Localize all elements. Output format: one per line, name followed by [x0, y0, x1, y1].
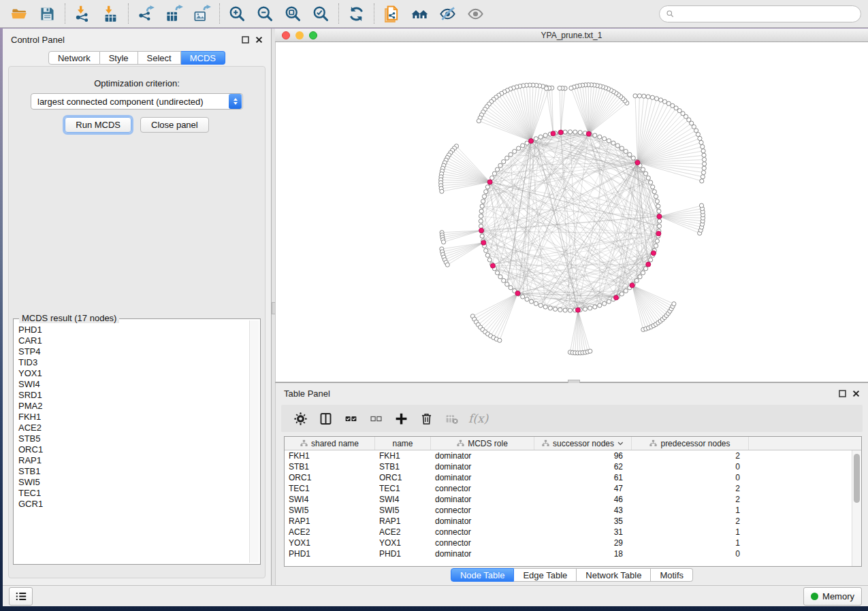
- mcds-result-item[interactable]: SRD1: [18, 390, 249, 401]
- mcds-result-item[interactable]: PMA2: [18, 401, 249, 412]
- zoom-selected-icon: [312, 5, 330, 23]
- table-row[interactable]: TEC1TEC1connector472: [285, 483, 861, 494]
- task-history-button[interactable]: [9, 587, 33, 606]
- column-header-shared-name[interactable]: shared name: [285, 437, 375, 450]
- table-cell: 35: [534, 516, 632, 527]
- mcds-result-item[interactable]: CAR1: [18, 335, 249, 346]
- add-column-button[interactable]: [389, 408, 414, 429]
- list-icon: [15, 591, 27, 601]
- zoom-selected-button[interactable]: [307, 2, 335, 25]
- table-cell: dominator: [431, 494, 534, 505]
- memory-label: Memory: [822, 591, 854, 601]
- network-canvas[interactable]: [275, 42, 868, 382]
- float-panel-button[interactable]: [242, 36, 249, 44]
- mcds-result-item[interactable]: ACE2: [18, 423, 249, 433]
- status-bar: Memory: [3, 585, 868, 606]
- hide-elements-button[interactable]: [434, 2, 462, 25]
- table-row[interactable]: ORC1ORC1dominator610: [285, 472, 861, 483]
- table-cell: 47: [534, 483, 632, 494]
- close-table-panel-button[interactable]: [852, 390, 860, 397]
- deselect-all-rows-button[interactable]: [364, 408, 389, 429]
- table-row[interactable]: SWI5SWI5connector431: [285, 505, 861, 516]
- criterion-select[interactable]: largest connected component (undirected): [31, 93, 243, 110]
- select-all-rows-button[interactable]: [338, 408, 364, 429]
- mcds-list-scrollbar[interactable]: [249, 320, 259, 563]
- table-cell: 18: [534, 548, 632, 559]
- close-panel-x-button[interactable]: [255, 36, 263, 44]
- export-network-button[interactable]: [132, 2, 160, 25]
- control-panel-title: Control Panel: [11, 35, 65, 45]
- tab-network[interactable]: Network: [48, 51, 100, 65]
- mcds-result-item[interactable]: FKH1: [18, 412, 249, 423]
- show-columns-button[interactable]: [313, 408, 338, 429]
- float-table-panel-button[interactable]: [839, 390, 846, 397]
- table-cell: 0: [632, 548, 749, 559]
- network-window-title: YPA_prune.txt_1: [541, 31, 602, 40]
- mcds-result-item[interactable]: STP4: [18, 346, 249, 357]
- column-header-predecessor-nodes[interactable]: predecessor nodes: [632, 437, 749, 450]
- zoom-fit-button[interactable]: [279, 2, 307, 25]
- control-panel: Control Panel Network Style Select MCDS …: [3, 29, 271, 585]
- mcds-result-item[interactable]: SWI5: [18, 477, 249, 488]
- tab-node-table[interactable]: Node Table: [451, 568, 515, 582]
- column-header-MCDS-role[interactable]: MCDS role: [431, 437, 534, 450]
- search-box[interactable]: [659, 5, 861, 22]
- minimize-window-button[interactable]: [295, 31, 304, 39]
- tab-network-table[interactable]: Network Table: [577, 568, 651, 582]
- table-cell: RAP1: [375, 516, 431, 527]
- refresh-layout-button[interactable]: [342, 2, 370, 25]
- table-row[interactable]: PHD1PHD1dominator180: [285, 548, 861, 559]
- table-row[interactable]: RAP1RAP1dominator352: [285, 516, 861, 527]
- table-cell: dominator: [431, 548, 534, 559]
- table-row[interactable]: FKH1FKH1dominator962: [285, 450, 861, 461]
- save-session-button[interactable]: [33, 2, 61, 25]
- tab-edge-table[interactable]: Edge Table: [514, 568, 577, 582]
- mcds-result-item[interactable]: STB1: [18, 466, 249, 477]
- mcds-result-item[interactable]: TEC1: [18, 488, 249, 499]
- table-row[interactable]: YOX1YOX1connector291: [285, 538, 861, 548]
- table-row[interactable]: SWI4SWI4dominator462: [285, 494, 861, 505]
- tab-mcds[interactable]: MCDS: [181, 51, 225, 65]
- export-image-button[interactable]: [188, 2, 216, 25]
- mcds-result-item[interactable]: TID3: [18, 357, 249, 368]
- import-network-button[interactable]: [69, 2, 97, 25]
- mcds-result-item[interactable]: YOX1: [18, 368, 249, 379]
- table-cell: 1: [632, 538, 749, 548]
- table-row[interactable]: ACE2ACE2connector311: [285, 527, 861, 538]
- columns-icon: [319, 412, 333, 426]
- zoom-in-button[interactable]: [223, 2, 251, 25]
- search-input[interactable]: [678, 8, 854, 20]
- zoom-out-button[interactable]: [251, 2, 279, 25]
- tab-motifs[interactable]: Motifs: [651, 568, 693, 582]
- delete-column-button[interactable]: [414, 408, 439, 429]
- tab-style[interactable]: Style: [100, 51, 138, 65]
- close-panel-button[interactable]: Close panel: [140, 117, 209, 133]
- close-window-button[interactable]: [282, 31, 290, 39]
- mcds-result-item[interactable]: RAP1: [18, 455, 249, 466]
- open-session-button[interactable]: [5, 2, 33, 25]
- table-cell: connector: [431, 505, 534, 516]
- share-document-button[interactable]: [378, 2, 406, 25]
- import-table-button[interactable]: [97, 2, 125, 25]
- double-house-button[interactable]: [406, 2, 434, 25]
- mcds-result-item[interactable]: GCR1: [18, 499, 249, 510]
- table-scrollbar-thumb[interactable]: [854, 454, 860, 503]
- mcds-result-item[interactable]: PHD1: [18, 325, 249, 335]
- tab-select[interactable]: Select: [138, 51, 181, 65]
- mcds-result-item[interactable]: STB5: [18, 433, 249, 444]
- memory-button[interactable]: Memory: [803, 587, 862, 606]
- show-elements-button[interactable]: [462, 2, 489, 25]
- mcds-result-item[interactable]: ORC1: [18, 444, 249, 455]
- export-table-button[interactable]: [160, 2, 188, 25]
- column-header-name[interactable]: name: [375, 437, 431, 450]
- table-row[interactable]: STB1STB1dominator620: [285, 461, 861, 472]
- select-all-icon: [344, 412, 358, 426]
- table-scrollbar[interactable]: [852, 450, 861, 566]
- export-image-icon: [193, 5, 211, 23]
- criterion-select-value: largest connected component (undirected): [31, 97, 229, 107]
- mcds-result-item[interactable]: SWI4: [18, 379, 249, 390]
- run-mcds-button[interactable]: Run MCDS: [65, 117, 131, 133]
- column-header-successor-nodes[interactable]: successor nodes: [534, 437, 632, 450]
- maximize-window-button[interactable]: [309, 31, 317, 39]
- table-settings-button[interactable]: [288, 408, 313, 429]
